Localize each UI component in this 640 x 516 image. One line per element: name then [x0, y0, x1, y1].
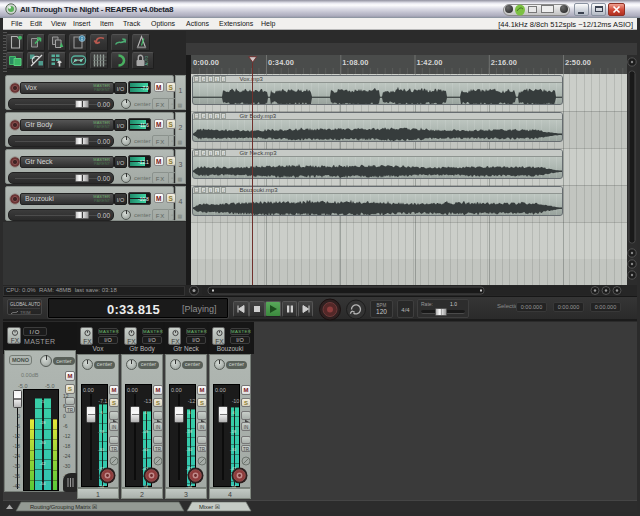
svg-text:FX: FX — [127, 338, 136, 345]
svg-text:AUTO: AUTO — [145, 55, 149, 65]
svg-text:FX: FX — [11, 337, 20, 344]
svg-text:FX: FX — [83, 338, 92, 345]
svg-text:FX: FX — [171, 338, 180, 345]
svg-text:FX: FX — [215, 338, 224, 345]
